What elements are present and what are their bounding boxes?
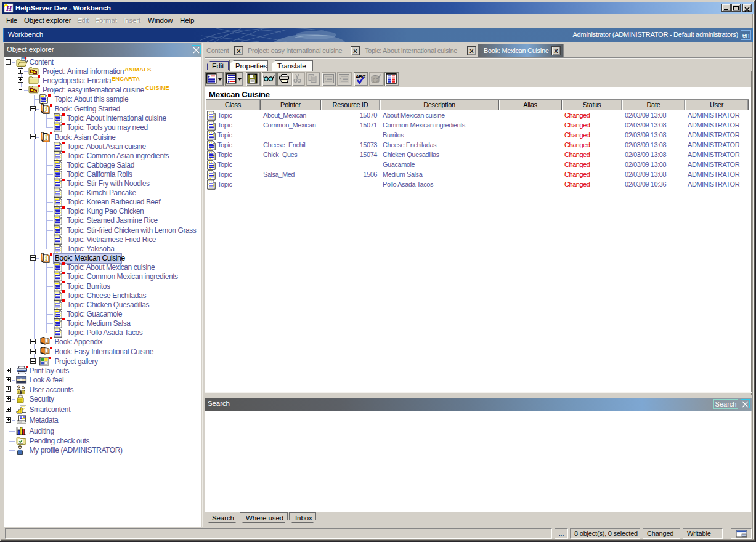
svg-text:ABC: ABC [356, 74, 366, 79]
